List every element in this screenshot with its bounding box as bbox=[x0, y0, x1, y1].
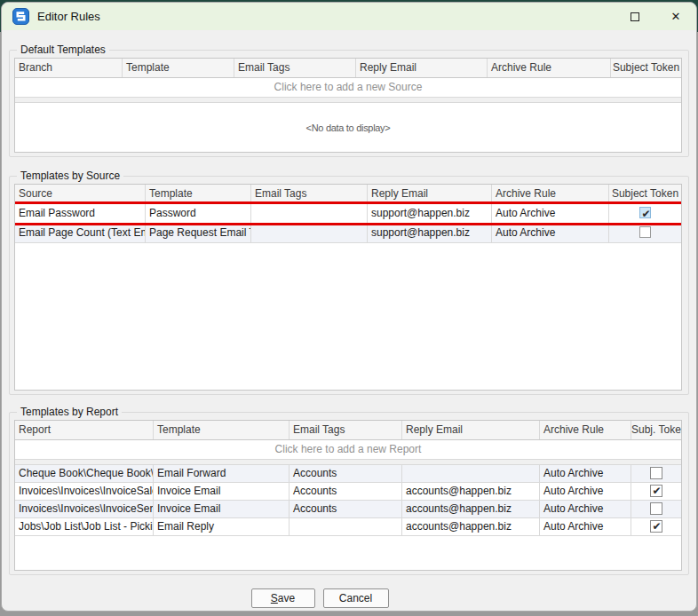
column-header-archive-rule[interactable]: Archive Rule bbox=[540, 421, 631, 439]
cell-archive-rule[interactable]: Auto Archive bbox=[492, 204, 609, 223]
cell-template[interactable]: Invoice Email bbox=[154, 483, 290, 500]
source-row-email-page-count[interactable]: Email Page Count (Text Email) Page Reque… bbox=[15, 224, 681, 243]
column-header-template[interactable]: Template bbox=[146, 185, 251, 203]
dialog-button-row: Save Cancel bbox=[9, 588, 689, 609]
report-row-cheque-book[interactable]: Cheque Book\Cheque Book\Che Email Forwar… bbox=[15, 465, 681, 483]
column-header-source[interactable]: Source bbox=[15, 185, 146, 203]
cell-reply-email[interactable]: accounts@happen.biz bbox=[402, 501, 540, 517]
group-templates-by-report-label: Templates by Report bbox=[17, 406, 122, 418]
templates-by-source-grid: Source Template Email Tags Reply Email A… bbox=[14, 184, 682, 391]
report-row-job-list-picking[interactable]: Jobs\Job List\Job List - Picking S Email… bbox=[15, 518, 681, 536]
templates-by-report-grid: Report Template Email Tags Reply Email A… bbox=[14, 420, 682, 571]
cell-subj-token bbox=[631, 518, 681, 535]
cell-email-tags[interactable] bbox=[251, 224, 368, 242]
cell-reply-email[interactable]: support@happen.biz bbox=[368, 224, 492, 242]
subj-token-checkbox[interactable] bbox=[650, 467, 662, 479]
column-header-email-tags[interactable]: Email Tags bbox=[251, 185, 368, 203]
add-new-source-row[interactable]: Click here to add a new Source bbox=[15, 78, 681, 98]
source-grid-empty-space bbox=[15, 243, 681, 390]
cell-archive-rule[interactable]: Auto Archive bbox=[540, 518, 631, 535]
cell-archive-rule[interactable]: Auto Archive bbox=[492, 224, 609, 242]
cell-source[interactable]: Email Password bbox=[15, 204, 146, 223]
report-header-row: Report Template Email Tags Reply Email A… bbox=[15, 421, 681, 440]
cell-report[interactable]: Invoices\Invoices\InvoiceSale bbox=[15, 483, 154, 500]
cell-archive-rule[interactable]: Auto Archive bbox=[540, 483, 631, 500]
cell-email-tags[interactable] bbox=[251, 204, 368, 223]
save-button-label: ave bbox=[278, 592, 295, 604]
default-templates-grid: Branch Template Email Tags Reply Email A… bbox=[14, 58, 682, 153]
column-header-template[interactable]: Template bbox=[154, 421, 290, 439]
cancel-button[interactable]: Cancel bbox=[323, 588, 389, 608]
column-header-template[interactable]: Template bbox=[123, 59, 234, 77]
report-row-invoice-service[interactable]: Invoices\Invoices\InvoiceServic Invoice … bbox=[15, 501, 681, 518]
column-header-email-tags[interactable]: Email Tags bbox=[290, 421, 402, 439]
subj-token-checkbox[interactable] bbox=[650, 520, 662, 533]
save-button[interactable]: Save bbox=[251, 588, 315, 608]
cell-reply-email[interactable]: accounts@happen.biz bbox=[402, 518, 540, 535]
cell-template[interactable]: Page Request Email Tex bbox=[146, 224, 251, 242]
source-row-email-password[interactable]: Email Password Password support@happen.b… bbox=[15, 204, 681, 224]
column-header-subj-token[interactable]: Subj. Token bbox=[631, 421, 681, 439]
column-header-archive-rule[interactable]: Archive Rule bbox=[488, 59, 611, 77]
column-header-email-tags[interactable]: Email Tags bbox=[234, 59, 356, 77]
report-row-invoice-sale[interactable]: Invoices\Invoices\InvoiceSale Invoice Em… bbox=[15, 483, 681, 501]
source-header-row: Source Template Email Tags Reply Email A… bbox=[15, 185, 681, 204]
cell-email-tags[interactable]: Accounts bbox=[290, 465, 402, 482]
subject-token-checkbox[interactable] bbox=[639, 207, 651, 218]
group-default-templates-label: Default Templates bbox=[17, 43, 109, 56]
close-button[interactable]: ✕ bbox=[655, 3, 696, 30]
cell-email-tags[interactable]: Accounts bbox=[290, 501, 402, 517]
cell-template[interactable]: Invoice Email bbox=[154, 501, 290, 517]
cell-reply-email[interactable] bbox=[402, 465, 540, 482]
default-templates-header-row: Branch Template Email Tags Reply Email A… bbox=[15, 59, 681, 78]
group-templates-by-report: Templates by Report Report Template Emai… bbox=[9, 412, 689, 575]
app-icon bbox=[12, 8, 29, 25]
cell-subject-token bbox=[609, 224, 681, 242]
window-title: Editor Rules bbox=[37, 10, 100, 23]
group-templates-by-source-label: Templates by Source bbox=[17, 170, 123, 182]
subject-token-checkbox[interactable] bbox=[639, 226, 651, 238]
report-grid-empty-space bbox=[15, 536, 681, 570]
editor-rules-dialog: Editor Rules ✕ Default Templates Branch … bbox=[1, 2, 697, 612]
column-header-archive-rule[interactable]: Archive Rule bbox=[492, 185, 609, 203]
cell-reply-email[interactable]: accounts@happen.biz bbox=[402, 483, 540, 500]
subj-token-checkbox[interactable] bbox=[650, 502, 662, 515]
cell-subject-token bbox=[609, 204, 681, 223]
cell-template[interactable]: Email Reply bbox=[154, 518, 290, 535]
cell-template[interactable]: Email Forward bbox=[154, 465, 290, 482]
cell-reply-email[interactable]: support@happen.biz bbox=[368, 204, 492, 223]
cell-email-tags[interactable] bbox=[290, 518, 402, 535]
maximize-icon bbox=[631, 12, 639, 21]
cell-archive-rule[interactable]: Auto Archive bbox=[540, 501, 631, 517]
no-data-message: <No data to display> bbox=[15, 103, 681, 152]
cell-report[interactable]: Invoices\Invoices\InvoiceServic bbox=[15, 501, 154, 517]
group-default-templates: Default Templates Branch Template Email … bbox=[9, 50, 689, 157]
cell-subj-token bbox=[631, 501, 681, 517]
cell-template[interactable]: Password bbox=[146, 204, 251, 223]
column-header-subject-token[interactable]: Subject Token bbox=[611, 59, 681, 77]
maximize-button[interactable] bbox=[615, 3, 655, 30]
column-header-reply-email[interactable]: Reply Email bbox=[402, 421, 540, 439]
column-header-reply-email[interactable]: Reply Email bbox=[368, 185, 492, 203]
cell-archive-rule[interactable]: Auto Archive bbox=[540, 465, 631, 482]
cell-email-tags[interactable]: Accounts bbox=[290, 483, 402, 500]
column-header-branch[interactable]: Branch bbox=[15, 59, 123, 77]
cell-subj-token bbox=[631, 465, 681, 482]
group-templates-by-source: Templates by Source Source Template Emai… bbox=[9, 176, 689, 395]
subj-token-checkbox[interactable] bbox=[650, 485, 662, 497]
column-header-reply-email[interactable]: Reply Email bbox=[356, 59, 488, 77]
dialog-content: Default Templates Branch Template Email … bbox=[2, 50, 696, 609]
column-header-subject-token[interactable]: Subject Token bbox=[609, 185, 681, 203]
save-button-mnemonic: S bbox=[271, 592, 278, 604]
close-icon: ✕ bbox=[671, 11, 681, 22]
column-header-report[interactable]: Report bbox=[15, 421, 154, 439]
cell-report[interactable]: Cheque Book\Cheque Book\Che bbox=[15, 465, 154, 482]
cell-report[interactable]: Jobs\Job List\Job List - Picking S bbox=[15, 518, 154, 535]
add-new-report-row[interactable]: Click here to add a new Report bbox=[15, 440, 681, 460]
cell-source[interactable]: Email Page Count (Text Email) bbox=[15, 224, 146, 242]
title-bar[interactable]: Editor Rules ✕ bbox=[2, 3, 696, 30]
cell-subj-token bbox=[631, 483, 681, 500]
